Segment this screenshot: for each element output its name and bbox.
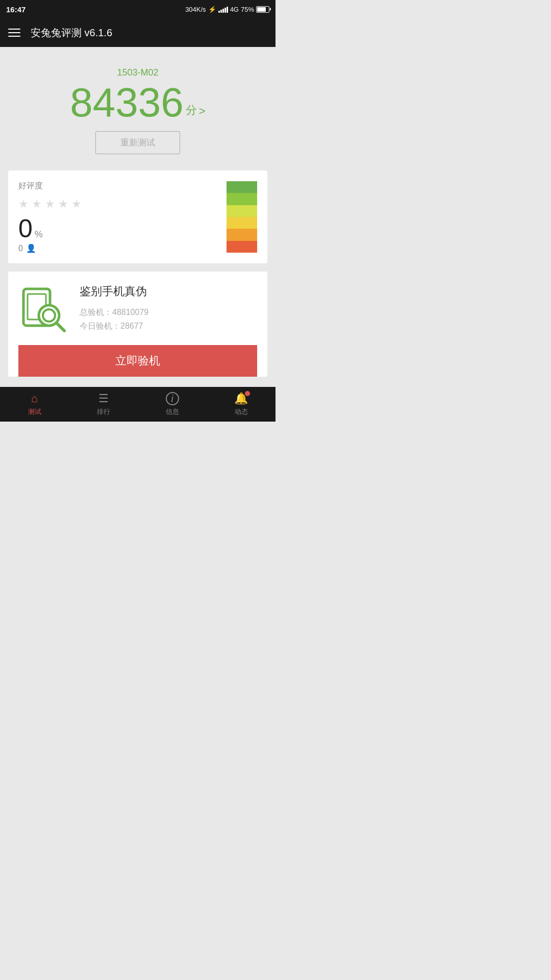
status-time: 16:47 (6, 5, 26, 14)
menu-button[interactable] (8, 29, 20, 37)
bar-segment-4 (227, 217, 257, 229)
bar-segment-2 (227, 193, 257, 205)
network-type: 4G (230, 6, 239, 13)
nav-bell-dot (245, 391, 250, 396)
verify-title: 鉴别手机真伪 (80, 284, 257, 299)
bar-segment-5 (227, 229, 257, 240)
person-icon: 👤 (26, 243, 36, 253)
status-right: 304K/s ⚡ 4G 75% (185, 6, 269, 13)
svg-line-4 (57, 323, 64, 331)
nav-item-dynamic[interactable]: 🔔 动态 (207, 388, 276, 421)
nav-home-icon: ⌂ (31, 392, 38, 405)
rating-label: 好评度 (18, 181, 216, 191)
star-5: ★ (71, 198, 82, 211)
star-3: ★ (45, 198, 55, 211)
score-row: 84336 分 > (70, 82, 205, 123)
nav-info-label: 信息 (166, 407, 179, 416)
rating-count-row: 0 👤 (18, 243, 216, 253)
verify-today-value: 28677 (120, 322, 143, 330)
nav-bell-wrap: 🔔 (234, 392, 248, 405)
nav-ranking-icon: ☰ (98, 392, 109, 405)
device-model: 1503-M02 (117, 67, 158, 78)
verify-icon-wrap (18, 284, 69, 335)
battery-icon (256, 6, 269, 13)
rating-percent-num: 0 (18, 216, 33, 241)
main-content: 1503-M02 84336 分 > 重新测试 好评度 ★ ★ ★ ★ ★ (0, 47, 276, 387)
verify-content: 鉴别手机真伪 总验机：48810079 今日验机：28677 (18, 284, 257, 345)
score-fen-label: 分 (186, 103, 197, 118)
nav-item-ranking[interactable]: ☰ 排行 (69, 388, 138, 421)
rating-count: 0 (18, 244, 23, 253)
verify-card-inner: 鉴别手机真伪 总验机：48810079 今日验机：28677 立即验机 (8, 272, 267, 377)
battery-percent: 75% (241, 6, 254, 13)
verify-card: 鉴别手机真伪 总验机：48810079 今日验机：28677 立即验机 (8, 272, 267, 377)
rating-card-inner: 好评度 ★ ★ ★ ★ ★ 0 % 0 👤 (8, 170, 267, 263)
score-number: 84336 (70, 82, 183, 123)
verify-total-value: 48810079 (112, 308, 148, 316)
verify-icon (18, 284, 69, 335)
rating-percent-row: 0 % (18, 216, 216, 241)
nav-ranking-label: 排行 (97, 407, 110, 416)
bar-segment-6 (227, 241, 257, 253)
bottom-nav: ⌂ 测试 ☰ 排行 i 信息 🔔 动态 (0, 387, 276, 422)
score-section: 1503-M02 84336 分 > 重新测试 (8, 57, 267, 162)
score-suffix: 分 > (186, 103, 206, 123)
verify-today: 今日验机：28677 (80, 321, 257, 332)
verify-today-label: 今日验机： (80, 322, 120, 330)
nav-item-info[interactable]: i 信息 (138, 388, 207, 421)
stars-row: ★ ★ ★ ★ ★ (18, 198, 216, 211)
status-bar: 16:47 304K/s ⚡ 4G 75% (0, 0, 276, 18)
nav-dynamic-label: 动态 (235, 407, 248, 416)
signal-bars (218, 6, 228, 13)
score-arrow: > (199, 105, 206, 118)
verify-text: 鉴别手机真伪 总验机：48810079 今日验机：28677 (80, 284, 257, 335)
bluetooth-icon: ⚡ (208, 6, 216, 13)
star-1: ★ (18, 198, 29, 211)
verify-total: 总验机：48810079 (80, 307, 257, 318)
rating-bar-chart (227, 181, 257, 253)
verify-total-label: 总验机： (80, 308, 112, 316)
nav-info-icon: i (166, 392, 179, 405)
star-2: ★ (32, 198, 42, 211)
nav-item-test[interactable]: ⌂ 测试 (0, 388, 69, 421)
star-4: ★ (58, 198, 68, 211)
verify-button[interactable]: 立即验机 (18, 345, 257, 377)
network-speed: 304K/s (185, 6, 206, 13)
app-bar: 安兔兔评测 v6.1.6 (0, 18, 276, 47)
rating-card: 好评度 ★ ★ ★ ★ ★ 0 % 0 👤 (8, 170, 267, 263)
nav-test-label: 测试 (28, 407, 41, 416)
bar-segment-1 (227, 181, 257, 193)
rating-left: 好评度 ★ ★ ★ ★ ★ 0 % 0 👤 (18, 181, 216, 253)
app-title: 安兔兔评测 v6.1.6 (31, 26, 112, 40)
retest-button[interactable]: 重新测试 (95, 131, 180, 154)
bar-segment-3 (227, 205, 257, 217)
rating-percent-sym: % (35, 229, 43, 240)
